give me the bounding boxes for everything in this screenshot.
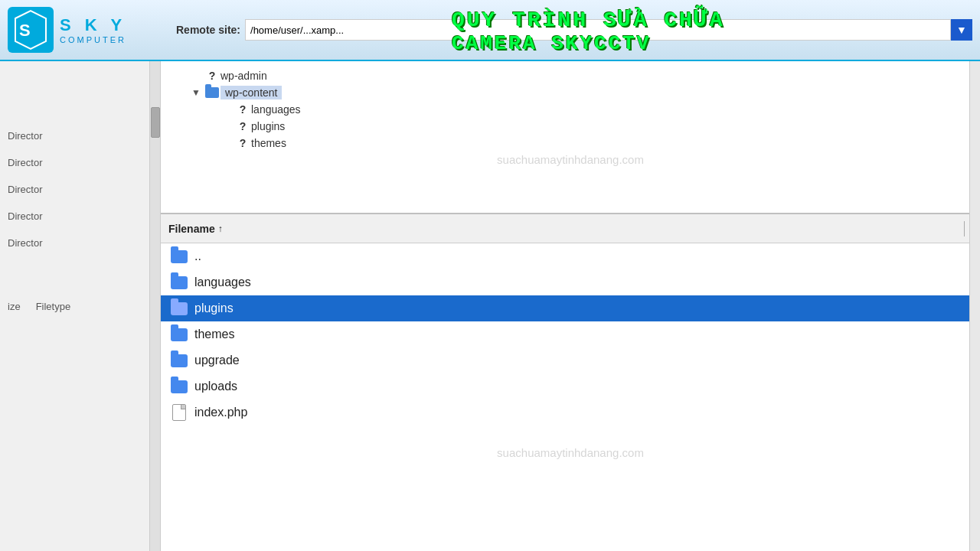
file-name-themes: themes [194, 328, 234, 341]
logo-icon: S [8, 7, 54, 53]
left-panel: ize Filetype Director Director Director … [0, 61, 161, 551]
tree-label-plugins: plugins [251, 120, 285, 132]
left-row-3: Director [0, 176, 149, 203]
left-row-1: Director [0, 122, 149, 149]
top-bar: S S K Y COMPUTER Remote site: ▼ QUY TRÌN… [0, 0, 980, 61]
logo-computer-label: COMPUTER [60, 35, 126, 44]
filename-column-header[interactable]: Filename ↑ [168, 223, 964, 235]
file-list: suachuamaytinhdanang.com .. languages [161, 243, 980, 551]
tree-item-languages[interactable]: ? languages [161, 101, 980, 118]
tree-label-wp-content: wp-content [220, 86, 282, 99]
file-name-languages: languages [194, 276, 251, 289]
logo-text: S K Y COMPUTER [60, 15, 126, 44]
file-list-watermark: suachuamaytinhdanang.com [497, 446, 644, 459]
left-row-5: Director [0, 230, 149, 256]
folder-icon [205, 87, 219, 98]
folder-icon-dotdot [168, 248, 190, 265]
header-divider [964, 221, 965, 236]
left-row-4: Director [0, 203, 149, 230]
file-name-uploads: uploads [194, 380, 237, 393]
tree-label-wp-admin: wp-admin [220, 70, 267, 82]
file-list-header: Filename ↑ [161, 214, 980, 243]
list-item-themes[interactable]: themes [161, 321, 980, 347]
plugins-question-icon: ? [234, 119, 251, 133]
tree-label-languages: languages [251, 103, 301, 116]
tree-watermark: suachuamaytinhdanang.com [497, 153, 644, 166]
wp-content-folder-icon [204, 86, 220, 99]
list-item-indexphp[interactable]: index.php [161, 399, 980, 425]
list-item-languages[interactable]: languages [161, 269, 980, 295]
file-name-indexphp: index.php [194, 406, 247, 419]
right-panel: suachuamaytinhdanang.com ? wp-admin ▼ [161, 61, 980, 551]
svg-text:S: S [19, 21, 31, 40]
left-scrollbar[interactable] [149, 61, 160, 551]
tree-toggle-expand[interactable]: ▼ [191, 87, 204, 98]
folder-icon-uploads [168, 378, 190, 395]
wp-admin-question-icon: ? [204, 69, 220, 83]
tree-item-plugins-tree[interactable]: ? plugins [161, 118, 980, 135]
list-item-plugins[interactable]: plugins [161, 295, 980, 321]
left-file-types: Director Director Director Director Dire… [0, 122, 149, 256]
filename-label: Filename [168, 223, 215, 235]
folder-icon-languages [168, 274, 190, 291]
list-item-dotdot[interactable]: .. [161, 243, 980, 269]
filetype-column-label: Filetype [36, 301, 71, 312]
left-row-2: Director [0, 149, 149, 176]
left-scrollbar-thumb [151, 107, 160, 138]
tree-item-wp-content[interactable]: ▼ wp-content [161, 84, 980, 101]
size-column-label: ize [8, 301, 21, 312]
logo-sky-label: S K Y [60, 15, 126, 35]
file-name-plugins: plugins [194, 302, 234, 315]
remote-site-dropdown-button[interactable]: ▼ [951, 19, 972, 41]
tree-item-themes-tree[interactable]: ? themes [161, 135, 980, 152]
file-icon-indexphp [168, 404, 190, 421]
tree-item-wp-admin[interactable]: ? wp-admin [161, 67, 980, 84]
file-name-upgrade: upgrade [194, 354, 240, 367]
tree-view: suachuamaytinhdanang.com ? wp-admin ▼ [161, 61, 980, 214]
chevron-down-icon: ▼ [956, 24, 967, 36]
file-name-dotdot: .. [194, 249, 201, 263]
remote-site-label: Remote site: [176, 24, 240, 36]
remote-site-area: Remote site: ▼ [176, 0, 972, 60]
list-item-upgrade[interactable]: upgrade [161, 347, 980, 373]
sort-arrow-icon: ↑ [218, 223, 223, 234]
logo-area: S S K Y COMPUTER [8, 7, 176, 53]
list-item-uploads[interactable]: uploads [161, 373, 980, 399]
remote-site-input[interactable] [245, 19, 951, 41]
folder-icon-themes [168, 326, 190, 343]
main-content: ize Filetype Director Director Director … [0, 61, 980, 551]
folder-icon-upgrade [168, 352, 190, 369]
languages-question-icon: ? [234, 103, 251, 116]
right-scrollbar[interactable] [969, 61, 980, 551]
folder-icon-plugins [168, 300, 190, 317]
tree-label-themes: themes [251, 137, 286, 149]
themes-question-icon: ? [234, 136, 251, 150]
